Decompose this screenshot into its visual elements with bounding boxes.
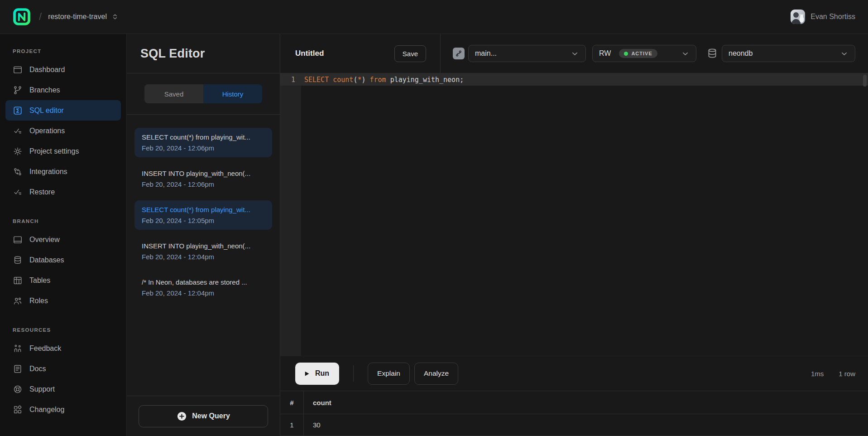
history-item-timestamp: Feb 20, 2024 - 12:06pm xyxy=(142,180,265,188)
results-cell-count: 30 xyxy=(304,414,321,436)
divider xyxy=(353,365,354,382)
sidebar-item-roles[interactable]: Roles xyxy=(5,291,121,311)
sidebar-item-integrations[interactable]: Integrations xyxy=(5,161,121,182)
compute-select[interactable]: RW ACTIVE xyxy=(592,45,696,62)
restore-icon xyxy=(13,187,23,197)
database-select-value: neondb xyxy=(729,49,753,58)
explain-button[interactable]: Explain xyxy=(368,363,410,385)
history-item-selected[interactable]: SELECT count(*) from playing_wit... Feb … xyxy=(134,200,272,230)
new-query-button[interactable]: New Query xyxy=(139,405,268,427)
sidebar-item-support[interactable]: Support xyxy=(5,379,121,399)
query-actions-bar: Run Explain Analyze 1ms 1 row xyxy=(280,356,868,391)
history-item[interactable]: INSERT INTO playing_with_neon(... Feb 20… xyxy=(134,164,272,194)
editor-scrollbar[interactable] xyxy=(863,75,867,87)
chevron-down-icon xyxy=(840,49,849,58)
table-row[interactable]: 1 30 xyxy=(280,414,868,436)
sidebar-item-label: Roles xyxy=(29,297,48,305)
sidebar-item-label: SQL editor xyxy=(29,107,64,115)
sidebar-item-project-settings[interactable]: Project settings xyxy=(5,141,121,161)
history-item-query: SELECT count(*) from playing_wit... xyxy=(142,206,265,213)
dashboard-icon xyxy=(13,65,23,75)
sql-editor-icon xyxy=(13,106,23,116)
user-avatar xyxy=(791,10,805,24)
sidebar-item-restore[interactable]: Restore xyxy=(5,182,121,202)
document-icon xyxy=(13,364,23,374)
sidebar-item-changelog[interactable]: Changelog xyxy=(5,399,121,420)
query-title: Untitled xyxy=(295,49,324,58)
neon-logo-icon[interactable] xyxy=(13,8,31,26)
sidebar-section-project: PROJECT Dashboard Branches xyxy=(5,48,121,202)
sidebar-item-branches[interactable]: Branches xyxy=(5,80,121,100)
sidebar-item-label: Dashboard xyxy=(29,66,65,74)
code-line: 1 SELECT count(*) from playing_with_neon… xyxy=(280,73,868,86)
sidebar-item-dashboard[interactable]: Dashboard xyxy=(5,59,121,80)
run-label: Run xyxy=(315,369,329,378)
branch-select-value: main... xyxy=(475,49,497,58)
project-switcher[interactable]: restore-time-travel xyxy=(48,13,119,21)
branches-icon xyxy=(13,85,23,95)
history-item-query: /* In Neon, databases are stored ... xyxy=(142,278,265,286)
database-select[interactable]: neondb xyxy=(722,45,855,62)
sidebar-item-label: Branches xyxy=(29,86,60,94)
sidebar-section-branch: BRANCH Overview Databases xyxy=(5,218,121,311)
select-arrows-icon xyxy=(111,13,119,20)
chevron-down-icon xyxy=(681,49,690,58)
sidebar-item-feedback[interactable]: Feedback xyxy=(5,338,121,358)
page-title: SQL Editor xyxy=(140,47,205,61)
history-item-timestamp: Feb 20, 2024 - 12:05pm xyxy=(142,217,265,224)
history-item[interactable]: /* In Neon, databases are stored ... Feb… xyxy=(134,273,272,302)
sql-code-editor[interactable]: 1 SELECT count(*) from playing_with_neon… xyxy=(280,73,868,356)
status-dot xyxy=(624,52,628,56)
history-item-query: SELECT count(*) from playing_wit... xyxy=(142,133,265,141)
plus-circle-icon xyxy=(177,411,187,421)
sidebar-item-label: Support xyxy=(29,385,55,393)
section-label: RESOURCES xyxy=(5,327,121,333)
results-header-index: # xyxy=(280,391,304,414)
history-item-timestamp: Feb 20, 2024 - 12:04pm xyxy=(142,253,265,261)
history-item-timestamp: Feb 20, 2024 - 12:06pm xyxy=(142,144,265,152)
results-header-row: # count xyxy=(280,391,868,414)
chevron-down-icon xyxy=(571,49,579,58)
results-table: # count 1 30 xyxy=(280,391,868,436)
sidebar-item-docs[interactable]: Docs xyxy=(5,358,121,379)
branch-select[interactable]: main... xyxy=(468,45,586,62)
sidebar-item-label: Changelog xyxy=(29,406,64,414)
document-title-bar: Untitled Save xyxy=(280,34,441,73)
query-duration: 1ms xyxy=(811,370,824,378)
history-item[interactable]: SELECT count(*) from playing_wit... Feb … xyxy=(134,128,272,157)
top-bar: / restore-time-travel Evan Shortiss xyxy=(0,0,868,34)
history-list: SELECT count(*) from playing_wit... Feb … xyxy=(127,115,280,396)
sidebar-item-tables[interactable]: Tables xyxy=(5,270,121,291)
sidebar-item-databases[interactable]: Databases xyxy=(5,250,121,270)
tab-history[interactable]: History xyxy=(203,84,262,103)
results-cell-index: 1 xyxy=(280,414,304,436)
changelog-icon xyxy=(13,405,23,415)
sidebar-item-overview[interactable]: Overview xyxy=(5,229,121,250)
sidebar: PROJECT Dashboard Branches xyxy=(0,34,127,436)
user-menu[interactable]: Evan Shortiss xyxy=(791,10,855,24)
panel-footer: New Query xyxy=(127,396,280,436)
sidebar-item-sql-editor[interactable]: SQL editor xyxy=(5,100,121,121)
tabs-container: Saved History xyxy=(127,73,280,115)
section-label: BRANCH xyxy=(5,218,121,224)
overview-icon xyxy=(13,235,23,245)
panel-header: SQL Editor xyxy=(127,34,280,73)
users-icon xyxy=(13,296,23,306)
sidebar-item-operations[interactable]: Operations xyxy=(5,121,121,141)
analyze-button[interactable]: Analyze xyxy=(414,363,458,385)
results-row-spacer xyxy=(321,414,868,436)
sidebar-item-label: Tables xyxy=(29,276,50,285)
history-item-query: INSERT INTO playing_with_neon(... xyxy=(142,170,265,177)
tab-saved[interactable]: Saved xyxy=(144,84,203,103)
history-item[interactable]: INSERT INTO playing_with_neon(... Feb 20… xyxy=(134,237,272,266)
editor-area: Untitled Save main... RW xyxy=(280,34,868,436)
query-stats: 1ms 1 row xyxy=(811,370,855,378)
user-name: Evan Shortiss xyxy=(810,13,855,21)
sidebar-item-label: Databases xyxy=(29,256,64,264)
sql-query-text: SELECT count(*) from playing_with_neon; xyxy=(304,76,464,84)
sidebar-item-label: Docs xyxy=(29,365,46,373)
run-button[interactable]: Run xyxy=(295,363,339,385)
play-icon xyxy=(303,370,310,377)
editor-header: Untitled Save main... RW xyxy=(280,34,868,73)
save-button[interactable]: Save xyxy=(394,45,426,62)
